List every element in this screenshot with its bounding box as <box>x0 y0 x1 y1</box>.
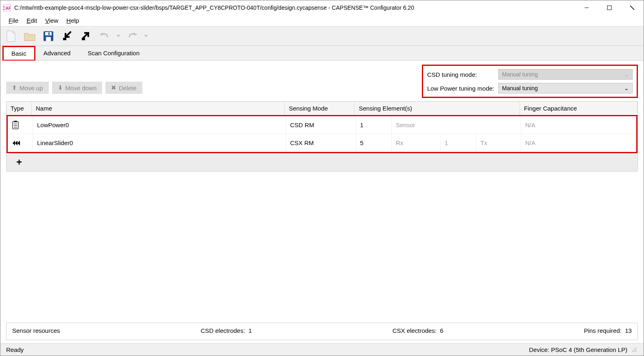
status-ready: Ready <box>6 346 24 353</box>
svg-line-5 <box>630 6 634 10</box>
col-name[interactable]: Name <box>32 102 285 115</box>
lp-tuning-value: Manual tuning <box>502 85 538 91</box>
resources-legend: Sensor resources <box>12 327 60 334</box>
menu-help[interactable]: Help <box>62 16 83 25</box>
element-tx-label-cell: Tx <box>476 134 521 152</box>
redo-icon[interactable] <box>125 29 140 43</box>
svg-rect-8 <box>46 37 51 41</box>
widget-grid: Type Name Sensing Mode Sensing Element(s… <box>6 101 638 319</box>
import-icon[interactable] <box>60 29 74 43</box>
svg-point-22 <box>635 351 636 352</box>
maximize-button[interactable] <box>598 0 621 15</box>
svg-rect-10 <box>63 38 66 40</box>
widget-type-icon <box>8 116 33 134</box>
status-device: Device: PSoC 4 (5th Generation LP) <box>529 346 627 353</box>
title-bar: CAP C:/mtw/mtb-example-psoc4-msclp-low-p… <box>0 0 644 15</box>
chevron-down-icon: ⌄ <box>624 85 629 91</box>
move-down-label: Move down <box>65 85 97 91</box>
move-up-label: Move up <box>20 85 43 91</box>
undo-dropdown-icon[interactable] <box>116 29 121 43</box>
tab-advanced[interactable]: Advanced <box>35 46 79 60</box>
move-up-button[interactable]: ⬆ Move up <box>6 82 49 94</box>
arrow-down-icon: ⬇ <box>58 84 63 91</box>
chevron-down-icon: ⌄ <box>624 71 629 78</box>
finger-cap-cell: N/A <box>521 116 636 134</box>
pins-required: Pins required: 13 <box>584 327 632 334</box>
svg-rect-9 <box>48 33 50 35</box>
save-icon[interactable] <box>41 29 56 43</box>
grid-header: Type Name Sensing Mode Sensing Element(s… <box>7 102 637 115</box>
col-type[interactable]: Type <box>7 102 32 115</box>
table-row[interactable]: LinearSlider0 CSX RM 5 Rx 1 Tx N/A <box>8 134 636 152</box>
sensing-mode-cell[interactable]: CSX RM <box>286 134 356 152</box>
menu-file[interactable]: File <box>4 16 22 25</box>
close-button[interactable] <box>621 0 644 15</box>
status-bar: Ready Device: PSoC 4 (5th Generation LP) <box>0 343 644 356</box>
tab-bar: Basic Advanced Scan Configuration <box>0 46 644 61</box>
element-type-cell: Sensor <box>392 116 521 134</box>
app-icon: CAP <box>3 4 11 12</box>
element-rx-label-cell: Rx <box>392 134 441 152</box>
grid-body: LowPower0 CSD RM 1 Sensor N/A LinearSlid… <box>7 115 637 153</box>
delete-icon: ✖ <box>111 84 116 91</box>
undo-icon[interactable] <box>97 29 112 43</box>
element-tx-count-cell[interactable]: 1 <box>441 134 476 152</box>
tab-basic[interactable]: Basic <box>3 46 35 61</box>
lp-tuning-select[interactable]: Manual tuning ⌄ <box>498 83 633 93</box>
finger-cap-cell: N/A <box>521 134 636 152</box>
redo-dropdown-icon[interactable] <box>144 29 148 43</box>
element-rx-count-cell[interactable]: 5 <box>356 134 392 152</box>
resize-grip-icon[interactable] <box>631 347 638 353</box>
col-finger-capacitance[interactable]: Finger Capacitance <box>520 102 637 115</box>
widget-name-cell[interactable]: LinearSlider0 <box>33 134 286 152</box>
svg-rect-3 <box>607 6 611 10</box>
move-down-button[interactable]: ⬇ Move down <box>52 82 103 94</box>
svg-point-20 <box>632 351 633 352</box>
svg-rect-11 <box>82 38 85 40</box>
delete-button[interactable]: ✖ Delete <box>105 82 142 94</box>
row-action-buttons: ⬆ Move up ⬇ Move down ✖ Delete <box>6 82 142 94</box>
svg-point-17 <box>635 347 636 348</box>
widget-type-icon <box>8 134 33 152</box>
window-controls <box>575 0 644 15</box>
table-row[interactable]: LowPower0 CSD RM 1 Sensor N/A <box>8 116 636 134</box>
tab-scan-configuration[interactable]: Scan Configuration <box>79 46 148 60</box>
sensor-resources-panel: Sensor resources CSD electrodes: 1 CSX e… <box>6 323 638 340</box>
toolbar <box>0 26 644 46</box>
window-title: C:/mtw/mtb-example-psoc4-msclp-low-power… <box>14 4 575 11</box>
add-icon: + <box>7 153 32 171</box>
widget-name-cell[interactable]: LowPower0 <box>33 116 286 134</box>
menu-view[interactable]: View <box>41 16 62 25</box>
svg-text:CAP: CAP <box>3 6 11 11</box>
delete-label: Delete <box>119 85 136 91</box>
svg-point-19 <box>635 349 636 350</box>
csd-tuning-label: CSD tuning mode: <box>427 71 494 78</box>
svg-rect-13 <box>14 121 17 122</box>
csx-electrodes: CSX electrodes: 6 <box>393 327 443 334</box>
top-controls: ⬆ Move up ⬇ Move down ✖ Delete CSD tunin… <box>6 65 638 98</box>
minimize-button[interactable] <box>575 0 598 15</box>
tuning-mode-panel: CSD tuning mode: Manual tuning ⌄ Low Pow… <box>422 65 638 98</box>
csd-tuning-value: Manual tuning <box>502 71 538 78</box>
open-file-icon[interactable] <box>22 29 37 43</box>
menu-bar: File Edit View Help <box>0 15 644 26</box>
col-sensing-elements[interactable]: Sensing Element(s) <box>355 102 520 115</box>
app-window: CAP C:/mtw/mtb-example-psoc4-msclp-low-p… <box>0 0 644 356</box>
main-panel: ⬆ Move up ⬇ Move down ✖ Delete CSD tunin… <box>0 61 644 343</box>
svg-rect-12 <box>13 122 18 129</box>
export-icon[interactable] <box>79 29 93 43</box>
csd-tuning-select[interactable]: Manual tuning ⌄ <box>498 69 633 80</box>
add-row[interactable]: + <box>7 153 637 171</box>
svg-point-21 <box>634 351 635 352</box>
col-sensing-mode[interactable]: Sensing Mode <box>285 102 355 115</box>
csd-electrodes: CSD electrodes: 1 <box>201 327 252 334</box>
menu-edit[interactable]: Edit <box>22 16 41 25</box>
element-count-cell[interactable]: 1 <box>356 116 392 134</box>
sensing-mode-cell[interactable]: CSD RM <box>286 116 356 134</box>
lp-tuning-label: Low Power tuning mode: <box>427 85 494 92</box>
arrow-up-icon: ⬆ <box>12 84 17 91</box>
new-file-icon[interactable] <box>4 29 18 43</box>
svg-point-18 <box>634 349 635 350</box>
